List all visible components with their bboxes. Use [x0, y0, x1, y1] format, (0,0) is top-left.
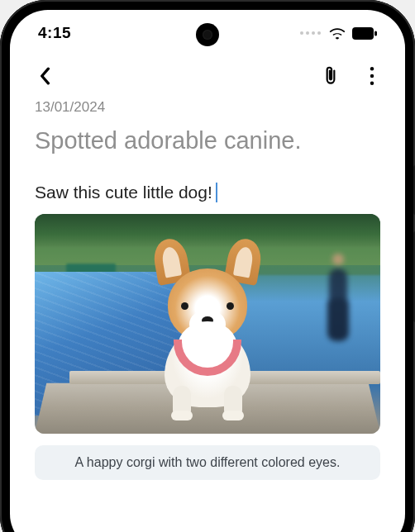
- more-button[interactable]: [360, 64, 384, 88]
- app-bar: [10, 56, 405, 96]
- paperclip-icon: [322, 65, 339, 87]
- note-body-text: Saw this cute little dog!: [35, 183, 212, 202]
- back-button[interactable]: [33, 64, 56, 88]
- status-indicators: [300, 26, 377, 40]
- chevron-left-icon: [39, 67, 50, 85]
- camera-notch: [196, 23, 219, 46]
- signal-dots-icon: [300, 31, 321, 35]
- svg-point-3: [370, 74, 374, 78]
- screen: 4:15: [10, 10, 405, 532]
- svg-rect-0: [352, 27, 374, 40]
- text-cursor: [216, 183, 217, 202]
- svg-point-4: [370, 82, 374, 85]
- battery-icon: [352, 27, 377, 40]
- status-time: 4:15: [38, 24, 71, 42]
- note-body-editor[interactable]: Saw this cute little dog!: [35, 183, 380, 202]
- more-vert-icon: [370, 67, 374, 85]
- phone-frame: 4:15: [0, 0, 415, 532]
- note-image[interactable]: [35, 214, 380, 434]
- note-title[interactable]: Spotted adorable canine.: [35, 127, 380, 154]
- note-content: 13/01/2024 Spotted adorable canine. Saw …: [10, 96, 405, 480]
- image-caption[interactable]: A happy corgi with two different colored…: [35, 445, 380, 480]
- note-date: 13/01/2024: [35, 99, 380, 116]
- wifi-icon: [329, 26, 346, 40]
- svg-point-2: [370, 67, 374, 70]
- attach-button[interactable]: [319, 64, 342, 88]
- svg-rect-1: [374, 31, 377, 36]
